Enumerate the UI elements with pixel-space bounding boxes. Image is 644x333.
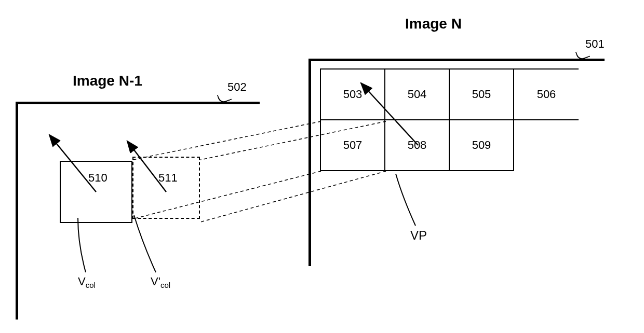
- vp-label: VP: [410, 228, 427, 243]
- frame-left-left: [16, 102, 18, 320]
- diagram-container: Image N Image N-1 501 502 503 504 505 50…: [0, 0, 644, 333]
- cell-506: 506: [513, 68, 579, 120]
- grid-right: 503 504 505 506 507 508 509: [321, 70, 579, 171]
- proj-line-1: [133, 121, 321, 160]
- vcol2-prefix: V': [151, 275, 160, 288]
- cell-509: 509: [449, 119, 514, 171]
- block-511-dashed: [132, 157, 200, 219]
- cell-505: 505: [449, 68, 514, 120]
- vcol-prefix: V: [78, 275, 86, 288]
- block-510: [60, 161, 132, 223]
- vcol-leader: [78, 218, 86, 272]
- frame-left-top: [16, 102, 260, 104]
- vp-leader: [396, 174, 415, 226]
- cell-504: 504: [384, 68, 450, 120]
- cell-508: 508: [384, 119, 450, 171]
- title-image-n: Image N: [405, 16, 462, 32]
- frame-right-top: [308, 59, 605, 61]
- grid-row-2: 507 508 509: [321, 120, 579, 171]
- frame-right-left: [308, 59, 311, 266]
- ref-label-501: 501: [585, 37, 605, 51]
- vcol-label: Vcol: [78, 275, 96, 289]
- vcol-sub: col: [86, 281, 96, 289]
- title-image-n-1: Image N-1: [73, 73, 142, 89]
- vcol2-leader: [134, 215, 156, 272]
- grid-row-1: 503 504 505 506: [321, 70, 579, 120]
- vcol2-sub: col: [160, 281, 170, 289]
- cell-503: 503: [320, 68, 385, 120]
- label-510: 510: [88, 171, 108, 185]
- vcol2-label: V'col: [151, 275, 170, 289]
- label-511: 511: [158, 171, 178, 185]
- cell-507: 507: [320, 119, 385, 171]
- ref-label-502: 502: [227, 80, 247, 94]
- proj-line-4: [200, 171, 386, 222]
